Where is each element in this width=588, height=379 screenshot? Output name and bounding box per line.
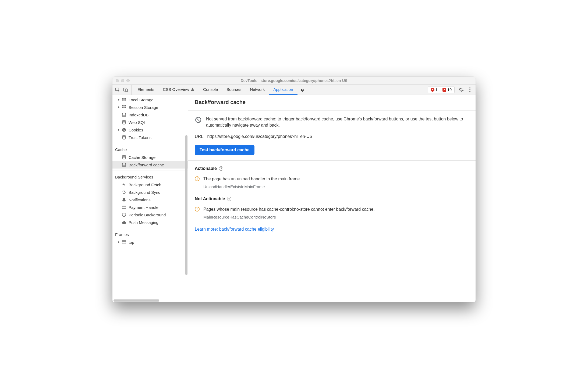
sidebar-item-bg-fetch[interactable]: Background Fetch — [112, 181, 188, 188]
sidebar-item-websql[interactable]: Web SQL — [112, 119, 188, 126]
sidebar-item-label: Trust Tokens — [129, 135, 151, 140]
db-stack-icon — [122, 155, 126, 160]
test-bfcache-button[interactable]: Test back/forward cache — [195, 145, 254, 155]
sidebar-item-notifications[interactable]: Notifications — [112, 196, 188, 203]
issue-code: UnloadHandlerExistsInMainFrame — [203, 184, 469, 189]
help-icon[interactable]: ? — [227, 197, 231, 201]
warning-icon: ! — [195, 176, 200, 181]
sidebar-vertical-scrollbar[interactable] — [185, 135, 187, 275]
bell-icon — [122, 197, 126, 202]
sidebar-item-periodic-bg[interactable]: Periodic Background — [112, 211, 188, 219]
sync-icon — [122, 190, 126, 195]
bfcache-notice: Not served from back/forward cache: to t… — [195, 116, 469, 128]
db-stack-icon — [122, 112, 126, 117]
clock-icon — [122, 212, 126, 217]
svg-point-22 — [124, 129, 125, 129]
application-sidebar: Local Storage Session Storage IndexedDB — [112, 95, 188, 302]
svg-point-24 — [123, 130, 123, 131]
issue-text: Pages whose main resource has cache-cont… — [203, 206, 375, 213]
frame-icon — [122, 240, 126, 245]
svg-rect-7 — [123, 98, 125, 99]
group-actionable-title: Actionable ? — [195, 166, 469, 171]
help-icon[interactable]: ? — [219, 166, 223, 171]
experiment-icon — [191, 87, 194, 91]
issue-row: ! Pages whose main resource has cache-co… — [195, 206, 469, 213]
url-label: URL: — [195, 134, 204, 139]
sidebar-item-push-messaging[interactable]: Push Messaging — [112, 219, 188, 226]
svg-rect-6 — [122, 98, 123, 99]
expand-arrow-icon — [118, 241, 119, 244]
tab-console[interactable]: Console — [199, 85, 222, 95]
main-content: Back/forward cache Not served from back/… — [188, 95, 476, 302]
issue-code: MainResourceHasCacheControlNoStore — [203, 215, 469, 219]
sidebar-item-payment-handler[interactable]: Payment Handler — [112, 203, 188, 211]
svg-rect-13 — [123, 105, 125, 106]
sidebar-item-label: Background Fetch — [129, 183, 161, 187]
tab-application[interactable]: Application — [269, 85, 297, 95]
window-title: DevTools - store.google.com/us/category/… — [112, 78, 476, 83]
sidebar-item-label: Payment Handler — [129, 205, 160, 210]
sidebar-section-cache: Cache — [112, 145, 188, 153]
sidebar-item-cookies[interactable]: Cookies — [112, 126, 188, 134]
sidebar-item-bg-sync[interactable]: Background Sync — [112, 188, 188, 196]
expand-arrow-icon — [118, 128, 119, 131]
sidebar-item-label: Back/forward cache — [129, 163, 164, 167]
sidebar-horizontal-scrollbar[interactable] — [112, 299, 188, 302]
learn-more-link[interactable]: Learn more: back/forward cache eligibili… — [195, 227, 469, 232]
sidebar-item-local-storage[interactable]: Local Storage — [112, 96, 188, 103]
svg-point-26 — [122, 155, 126, 156]
db-stack-icon — [122, 120, 126, 125]
window-controls — [116, 79, 130, 82]
zoom-window-icon[interactable] — [126, 79, 130, 82]
svg-rect-8 — [125, 98, 126, 99]
svg-point-5 — [469, 91, 470, 92]
sidebar-item-bf-cache[interactable]: Back/forward cache — [112, 161, 188, 169]
svg-rect-10 — [123, 99, 125, 101]
expand-arrow-icon — [118, 98, 119, 101]
tab-elements[interactable]: Elements — [133, 85, 159, 95]
issue-counts[interactable]: ✕ 1 ✕ 10 — [428, 87, 455, 93]
svg-rect-9 — [122, 99, 123, 101]
notice-text: Not served from back/forward cache: to t… — [206, 116, 469, 128]
svg-rect-17 — [125, 107, 126, 108]
db-stack-icon — [122, 135, 126, 140]
sidebar-item-session-storage[interactable]: Session Storage — [112, 103, 188, 111]
sidebar-item-trust-tokens[interactable]: Trust Tokens — [112, 134, 188, 141]
svg-point-3 — [469, 87, 470, 88]
inspect-element-icon[interactable] — [115, 87, 121, 93]
tabstrip: Elements CSS Overview Console Sources Ne… — [112, 85, 476, 95]
svg-rect-11 — [125, 99, 126, 101]
sidebar-item-label: Local Storage — [129, 98, 154, 102]
svg-point-19 — [122, 120, 126, 121]
blocked-count[interactable]: ✕ 10 — [441, 87, 453, 92]
devtools-window: DevTools - store.google.com/us/category/… — [112, 77, 476, 302]
minimize-window-icon[interactable] — [121, 79, 124, 82]
tab-css-overview[interactable]: CSS Overview — [159, 85, 199, 95]
expand-arrow-icon — [118, 106, 119, 109]
sidebar-item-label: Session Storage — [129, 105, 158, 110]
svg-point-27 — [122, 163, 126, 164]
sidebar-item-top-frame[interactable]: top — [112, 238, 188, 246]
svg-point-4 — [469, 89, 470, 90]
sidebar-item-label: Notifications — [129, 198, 151, 202]
svg-point-25 — [122, 135, 126, 137]
error-icon: ✕ — [431, 88, 434, 92]
svg-rect-28 — [122, 206, 126, 209]
sidebar-item-indexeddb[interactable]: IndexedDB — [112, 111, 188, 119]
content-header: Back/forward cache — [188, 95, 476, 110]
prohibited-icon — [195, 116, 202, 128]
close-window-icon[interactable] — [116, 79, 119, 82]
device-toolbar-icon[interactable] — [123, 87, 129, 93]
settings-button[interactable] — [457, 87, 465, 92]
issue-row: ! The page has an unload handler in the … — [195, 176, 469, 182]
sidebar-item-cache-storage[interactable]: Cache Storage — [112, 153, 188, 161]
kebab-menu-button[interactable] — [467, 87, 472, 92]
more-tabs-button[interactable] — [297, 85, 307, 95]
error-count[interactable]: ✕ 1 — [429, 87, 439, 92]
blocked-icon: ✕ — [442, 88, 446, 92]
tab-network[interactable]: Network — [246, 85, 269, 95]
sidebar-item-label: IndexedDB — [129, 113, 148, 117]
fetch-icon — [122, 182, 126, 187]
card-icon — [122, 205, 126, 210]
tab-sources[interactable]: Sources — [222, 85, 246, 95]
